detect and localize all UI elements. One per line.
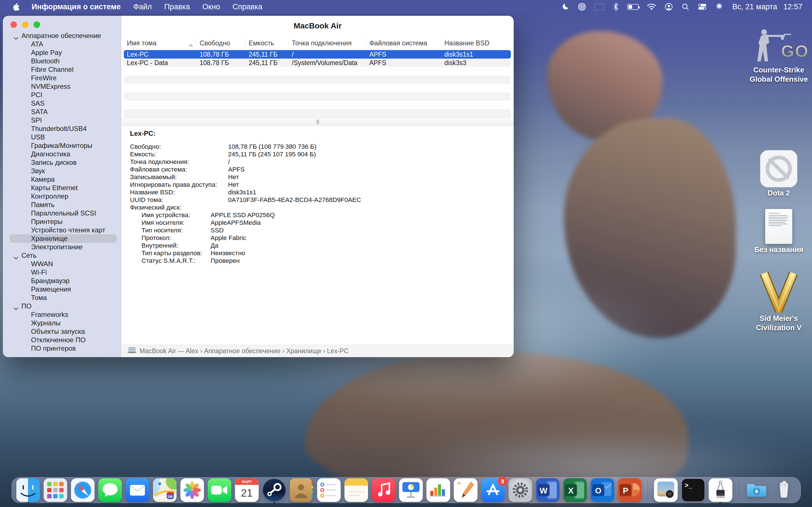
sidebar-item[interactable]: Wi-Fi: [3, 268, 121, 277]
menu-item[interactable]: Файл: [133, 3, 152, 11]
dock-powerpoint[interactable]: P: [618, 478, 642, 502]
sidebar-item[interactable]: Параллельный SCSI: [3, 209, 121, 217]
dock-trash[interactable]: [772, 478, 796, 502]
column-header[interactable]: Емкость: [249, 36, 274, 50]
focus-moon-icon[interactable]: [561, 2, 569, 11]
dock-mail[interactable]: [126, 478, 149, 502]
user-account-icon[interactable]: [665, 2, 673, 11]
dock-photos[interactable]: [181, 478, 204, 502]
sidebar-item[interactable]: USB: [3, 133, 121, 142]
sidebar-item[interactable]: Графика/Мониторы: [3, 142, 121, 150]
column-header[interactable]: Свободно: [200, 36, 230, 50]
sidebar-item[interactable]: Thunderbolt/USB4: [3, 124, 121, 133]
dock-steam[interactable]: [262, 478, 286, 502]
siri-icon[interactable]: [715, 2, 724, 11]
sidebar-item[interactable]: Размещения: [3, 285, 121, 293]
table-row[interactable]: Lex-PC - Data 108,78 ГБ 245,11 ГБ /Syste…: [124, 59, 511, 67]
sidebar-item[interactable]: ПО принтеров: [3, 344, 121, 353]
dock-contacts[interactable]: [290, 478, 313, 502]
dock-word[interactable]: W: [536, 478, 560, 502]
sidebar-item[interactable]: Apple Pay: [3, 48, 121, 57]
breadcrumb[interactable]: MacBook Air — Alex › Аппаратное обеспече…: [140, 347, 349, 355]
sidebar-item[interactable]: WWAN: [3, 260, 121, 268]
zoom-button[interactable]: [34, 21, 40, 28]
dock-keynote[interactable]: [399, 478, 423, 502]
dock-maps[interactable]: 280: [153, 478, 177, 502]
dock-outlook[interactable]: O: [591, 478, 614, 502]
wifi-icon[interactable]: [647, 2, 656, 11]
dock-messages[interactable]: [98, 478, 122, 502]
sidebar-item[interactable]: ATA: [3, 40, 121, 48]
dock-finder[interactable]: [16, 478, 40, 502]
sidebar-item[interactable]: Устройство чтения карт: [3, 226, 121, 234]
sidebar-item[interactable]: ПО: [3, 302, 121, 311]
menubar-clock[interactable]: Вс, 21 марта 12:57: [732, 3, 802, 11]
input-language-flag-icon[interactable]: [595, 4, 604, 10]
minimize-button[interactable]: [22, 21, 29, 28]
sidebar-item[interactable]: Сеть: [3, 251, 121, 260]
battery-icon[interactable]: [627, 4, 639, 10]
bluetooth-icon[interactable]: [613, 2, 619, 11]
sidebar-item[interactable]: FireWire: [3, 74, 121, 82]
dock-reminders[interactable]: [317, 478, 341, 502]
dock-system-information[interactable]: [709, 478, 732, 502]
desktop-icon-csgo[interactable]: GO Counter-Strike Global Offensive: [739, 27, 812, 84]
sidebar-item[interactable]: Frameworks: [3, 311, 121, 319]
sidebar-item[interactable]: Диагностика: [3, 150, 121, 158]
sidebar-item[interactable]: Bluetooth: [3, 57, 121, 65]
window-toolbar[interactable]: MacBook Air: [121, 16, 514, 36]
sidebar-item[interactable]: Память: [3, 201, 121, 209]
sidebar-item[interactable]: Звук: [3, 167, 121, 175]
splitter[interactable]: [121, 118, 514, 126]
dock-launchpad[interactable]: [44, 478, 67, 502]
sidebar-item[interactable]: Брандмауэр: [3, 277, 121, 285]
sidebar-item[interactable]: Журналы: [3, 319, 121, 327]
column-header[interactable]: Файловая система: [369, 36, 427, 50]
column-header[interactable]: Название BSD: [444, 36, 490, 50]
menu-app-name[interactable]: Информация о системе: [32, 3, 121, 11]
dock-music[interactable]: [372, 478, 396, 502]
dock-calendar[interactable]: МАРТ 21: [235, 478, 259, 502]
dock-facetime[interactable]: [208, 478, 232, 502]
sidebar-item[interactable]: Аппаратное обеспечение: [3, 32, 121, 40]
close-button[interactable]: [10, 21, 17, 28]
desktop-icon-dota2[interactable]: Dota 2: [739, 150, 812, 198]
sidebar-item[interactable]: SATA: [3, 108, 121, 116]
dock-notes[interactable]: [345, 478, 368, 502]
dock-excel[interactable]: X: [563, 478, 587, 502]
sidebar-item[interactable]: SPI: [3, 116, 121, 124]
menu-item[interactable]: Справка: [233, 3, 262, 11]
sidebar-item[interactable]: Тома: [3, 293, 121, 302]
sidebar-item[interactable]: Камера: [3, 175, 121, 184]
sidebar-item[interactable]: Fibre Channel: [3, 65, 121, 74]
dock-safari[interactable]: [71, 478, 95, 502]
sidebar-item[interactable]: Электропитание: [3, 243, 121, 251]
dock-system-preferences[interactable]: [509, 478, 532, 502]
sidebar-item[interactable]: Хранилище: [10, 234, 117, 243]
desktop-icon-untitled-document[interactable]: Без названия: [739, 209, 812, 255]
menu-item[interactable]: Правка: [164, 3, 190, 11]
sidebar-item[interactable]: Контроллер: [3, 192, 121, 201]
column-header[interactable]: Имя тома: [127, 36, 156, 50]
sidebar-item[interactable]: Карты Ethernet: [3, 184, 121, 192]
sidebar-item[interactable]: Объекты запуска: [3, 327, 121, 336]
airdrop-icon[interactable]: [578, 2, 586, 11]
sidebar-item[interactable]: Отключенное ПО: [3, 336, 121, 344]
sidebar-item[interactable]: SAS: [3, 99, 121, 108]
sidebar-item[interactable]: PCI: [3, 91, 121, 99]
sidebar-item[interactable]: Принтеры: [3, 217, 121, 226]
dock-app-store[interactable]: 3: [481, 478, 505, 502]
dock-numbers[interactable]: [426, 478, 450, 502]
control-center-icon[interactable]: [698, 2, 707, 11]
spotlight-search-icon[interactable]: [681, 2, 689, 11]
column-header[interactable]: Точка подключения: [292, 36, 352, 50]
sidebar-item[interactable]: NVMExpress: [3, 82, 121, 91]
table-row[interactable]: Lex-PC 108,78 ГБ 245,11 ГБ / APFS disk3s…: [124, 50, 511, 59]
apple-menu-icon[interactable]: [12, 2, 19, 11]
splitter-handle[interactable]: [316, 119, 319, 124]
menu-item[interactable]: Окно: [202, 3, 220, 11]
dock-downloads-folder[interactable]: [745, 478, 769, 502]
desktop-icon-civilization-v[interactable]: Sid Meier's Civilization V: [739, 270, 812, 332]
dock-pages[interactable]: “: [454, 478, 477, 502]
sidebar-item[interactable]: Запись дисков: [3, 158, 121, 167]
